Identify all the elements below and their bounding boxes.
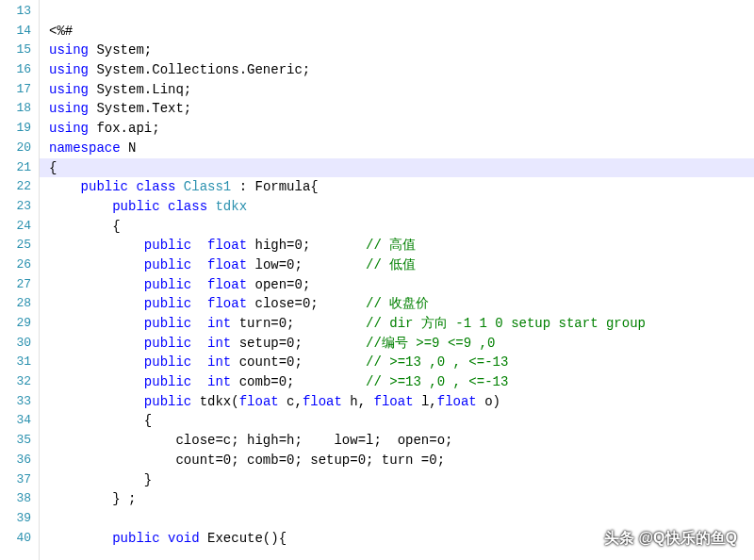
code-line[interactable]: public float open=0;	[49, 275, 754, 295]
text-token: l,	[414, 394, 437, 409]
code-line[interactable]: public float low=0; // 低值	[49, 255, 754, 275]
text-token: low=0;	[247, 257, 366, 272]
line-number: 23	[0, 197, 39, 217]
text-token	[49, 531, 112, 546]
line-number: 17	[0, 80, 39, 100]
line-number: 27	[0, 275, 39, 295]
keyword-token: int	[207, 374, 231, 389]
line-number: 30	[0, 334, 39, 354]
keyword-token: using	[49, 101, 89, 116]
code-content-area[interactable]: <%#using System;using System.Collections…	[40, 0, 754, 560]
keyword-token: public	[112, 531, 159, 546]
code-editor[interactable]: 1314151617181920212223242526272829303132…	[0, 0, 754, 560]
code-line[interactable]: } ;	[49, 489, 754, 509]
code-line[interactable]: using System.Collections.Generic;	[49, 60, 754, 80]
code-line[interactable]: {	[49, 411, 754, 431]
text-token: System.Text;	[89, 101, 191, 116]
keyword-token: public	[144, 336, 191, 351]
text-token	[49, 394, 144, 409]
line-number: 21	[0, 158, 39, 178]
keyword-token: using	[49, 121, 89, 136]
keyword-token: int	[207, 316, 231, 331]
code-line[interactable]: close=c; high=h; low=l; open=o;	[49, 431, 754, 451]
keyword-token: float	[207, 238, 247, 253]
line-number: 34	[0, 411, 39, 431]
line-number: 36	[0, 451, 39, 470]
line-number: 31	[0, 353, 39, 372]
text-token: c,	[279, 394, 303, 409]
code-line[interactable]: {	[49, 158, 754, 178]
line-number: 25	[0, 236, 39, 255]
text-token	[191, 374, 207, 389]
code-line[interactable]: using fox.api;	[49, 119, 754, 139]
comment-token: // >=13 ,0 , <=-13	[366, 374, 508, 389]
text-token: {	[49, 413, 152, 428]
code-line[interactable]	[49, 2, 754, 22]
code-line[interactable]: <%#	[49, 22, 754, 41]
text-token	[49, 374, 144, 389]
text-token	[49, 296, 144, 311]
keyword-token: public	[144, 257, 191, 272]
text-token	[191, 277, 207, 292]
text-token	[49, 316, 144, 331]
keyword-token: float	[303, 394, 342, 409]
keyword-token: float	[207, 257, 247, 272]
keyword-token: public	[144, 354, 191, 370]
code-line[interactable]: using System.Text;	[49, 99, 754, 119]
text-token	[160, 531, 168, 546]
text-token	[191, 316, 207, 331]
text-token	[49, 199, 112, 214]
comment-token: // 高值	[366, 238, 416, 253]
code-line[interactable]: public tdkx(float c,float h, float l,flo…	[49, 392, 754, 412]
text-token: open=0;	[247, 277, 310, 292]
keyword-token: public	[144, 374, 191, 389]
text-token: high=0;	[247, 238, 366, 253]
text-token	[175, 179, 183, 194]
text-token: : Formula{	[231, 179, 318, 194]
text-token: setup=0;	[231, 336, 366, 351]
keyword-token: public	[81, 179, 128, 194]
code-line[interactable]	[49, 509, 754, 529]
line-number: 28	[0, 294, 39, 314]
text-token: System.Collections.Generic;	[89, 62, 310, 77]
keyword-token: namespace	[49, 140, 121, 156]
keyword-token: public	[144, 316, 191, 331]
code-line[interactable]: public int comb=0; // >=13 ,0 , <=-13	[49, 372, 754, 392]
code-line[interactable]: {	[49, 217, 754, 237]
class-token: tdkx	[215, 199, 247, 214]
text-token: close=c; high=h; low=l; open=o;	[49, 433, 452, 448]
code-line[interactable]: public float close=0; // 收盘价	[49, 294, 754, 314]
keyword-token: public	[144, 296, 191, 311]
code-line[interactable]: namespace N	[49, 139, 754, 158]
text-token	[191, 296, 207, 311]
text-token: {	[49, 219, 121, 234]
code-line[interactable]: using System.Linq;	[49, 80, 754, 100]
code-line[interactable]: public int setup=0; //编号 >=9 <=9 ,0	[49, 334, 754, 354]
text-token: h,	[342, 394, 374, 409]
code-line[interactable]: count=0; comb=0; setup=0; turn =0;	[49, 451, 754, 470]
text-token: Execute(){	[200, 531, 287, 546]
text-token: System.Linq;	[89, 82, 191, 97]
text-token: turn=0;	[231, 316, 366, 331]
code-line[interactable]: public float high=0; // 高值	[49, 236, 754, 255]
keyword-token: using	[49, 62, 89, 77]
keyword-token: float	[207, 296, 247, 311]
code-line[interactable]: public int turn=0; // dir 方向 -1 1 0 setu…	[49, 314, 754, 334]
watermark-text: 头条 @Q快乐的鱼Q	[604, 529, 737, 549]
keyword-token: int	[207, 354, 231, 370]
line-number: 18	[0, 99, 39, 119]
code-line[interactable]: public class Class1 : Formula{	[49, 177, 754, 197]
current-line-highlight	[40, 158, 754, 178]
keyword-token: float	[374, 394, 414, 409]
code-line[interactable]: using System;	[49, 41, 754, 60]
code-line[interactable]: }	[49, 470, 754, 490]
text-token	[49, 257, 144, 272]
text-token	[49, 238, 144, 253]
line-number: 14	[0, 22, 39, 41]
code-line[interactable]: public class tdkx	[49, 197, 754, 217]
text-token	[160, 199, 168, 214]
line-number: 37	[0, 470, 39, 490]
comment-token: // 低值	[366, 257, 416, 272]
code-line[interactable]: public int count=0; // >=13 ,0 , <=-13	[49, 353, 754, 372]
comment-token: // >=13 ,0 , <=-13	[366, 354, 508, 370]
